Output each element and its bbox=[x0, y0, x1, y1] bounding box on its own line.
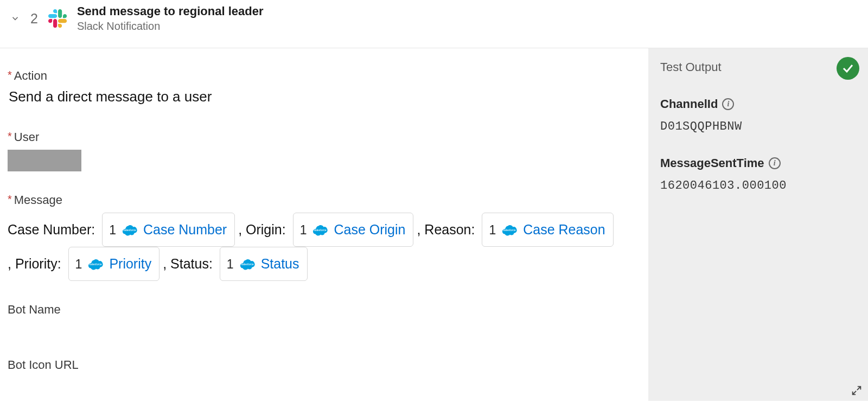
svg-text:salesforce: salesforce bbox=[241, 263, 254, 266]
message-input[interactable]: Case Number: 1salesforceCase Number, Ori… bbox=[8, 213, 641, 281]
user-input[interactable] bbox=[8, 150, 81, 171]
field-token[interactable]: 1salesforceCase Origin bbox=[293, 213, 414, 247]
step-number: 2 bbox=[30, 11, 38, 27]
chevron-down-icon bbox=[10, 14, 20, 23]
svg-text:salesforce: salesforce bbox=[503, 228, 516, 232]
bot-name-label: Bot Name bbox=[8, 303, 641, 317]
action-label: Action bbox=[8, 69, 641, 83]
message-text: , Priority: bbox=[8, 249, 65, 279]
token-step-index: 1 bbox=[489, 216, 496, 244]
expand-pane-button[interactable] bbox=[851, 385, 864, 398]
token-step-index: 1 bbox=[109, 216, 116, 244]
output-field-label: ChannelId bbox=[660, 97, 718, 111]
token-field-name: Case Reason bbox=[523, 215, 605, 245]
step-title: Send message to regional leader bbox=[77, 4, 264, 18]
step-header: 2 Send message to regional leader Slack … bbox=[0, 0, 868, 48]
bot-name-input[interactable] bbox=[8, 317, 641, 356]
message-text: Case Number: bbox=[8, 215, 99, 245]
message-label: Message bbox=[8, 193, 641, 207]
token-field-name: Case Origin bbox=[334, 215, 405, 245]
test-output-pane: Test Output ChannelIdiD01SQQPHBNWMessage… bbox=[648, 48, 868, 401]
form-pane: Action Send a direct message to a user U… bbox=[0, 48, 648, 401]
token-field-name: Priority bbox=[109, 249, 151, 279]
step-titles: Send message to regional leader Slack No… bbox=[77, 4, 264, 33]
svg-text:salesforce: salesforce bbox=[314, 228, 327, 232]
token-step-index: 1 bbox=[300, 216, 307, 244]
salesforce-icon: salesforce bbox=[87, 258, 104, 270]
salesforce-icon: salesforce bbox=[239, 258, 256, 270]
output-field-name: ChannelIdi bbox=[660, 97, 858, 111]
salesforce-icon: salesforce bbox=[122, 224, 138, 236]
token-step-index: 1 bbox=[227, 251, 234, 278]
test-output-heading: Test Output bbox=[660, 60, 858, 74]
user-label: User bbox=[8, 130, 641, 144]
field-token[interactable]: 1salesforceStatus bbox=[220, 247, 308, 281]
output-field-name: MessageSentTimei bbox=[660, 156, 858, 170]
message-text: , Origin: bbox=[238, 215, 289, 245]
svg-text:salesforce: salesforce bbox=[90, 263, 103, 266]
field-token[interactable]: 1salesforceCase Number bbox=[102, 213, 235, 247]
salesforce-icon: salesforce bbox=[312, 224, 328, 236]
field-token[interactable]: 1salesforceCase Reason bbox=[482, 213, 613, 247]
success-check-icon bbox=[837, 57, 859, 80]
token-field-name: Status bbox=[261, 249, 299, 279]
action-value[interactable]: Send a direct message to a user bbox=[8, 88, 641, 105]
message-text: , Status: bbox=[163, 249, 216, 279]
info-icon[interactable]: i bbox=[722, 98, 734, 110]
token-field-name: Case Number bbox=[143, 215, 227, 245]
info-icon[interactable]: i bbox=[769, 157, 781, 169]
output-field-value: D01SQQPHBNW bbox=[660, 120, 858, 133]
svg-text:salesforce: salesforce bbox=[123, 228, 136, 232]
token-step-index: 1 bbox=[75, 251, 82, 278]
field-token[interactable]: 1salesforcePriority bbox=[68, 247, 160, 281]
message-text: , Reason: bbox=[417, 215, 478, 245]
collapse-toggle[interactable] bbox=[10, 13, 21, 24]
output-field-value: 1620046103.000100 bbox=[660, 179, 858, 193]
bot-icon-url-label: Bot Icon URL bbox=[8, 358, 641, 372]
output-field-label: MessageSentTime bbox=[660, 156, 764, 170]
step-subtitle: Slack Notification bbox=[77, 20, 264, 33]
salesforce-icon: salesforce bbox=[501, 224, 518, 236]
slack-icon bbox=[48, 9, 67, 28]
